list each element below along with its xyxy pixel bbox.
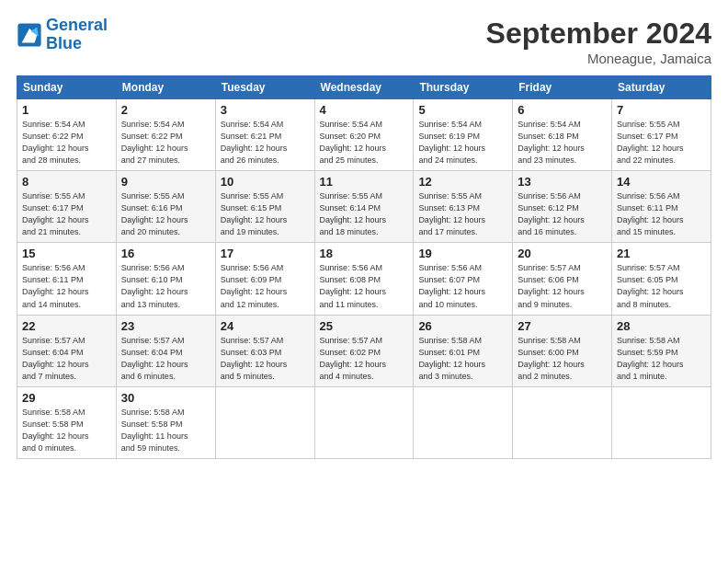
list-item: 21 Sunrise: 5:57 AMSunset: 6:05 PMDaylig… bbox=[612, 243, 711, 315]
list-item: 19 Sunrise: 5:56 AMSunset: 6:07 PMDaylig… bbox=[414, 243, 513, 315]
empty-cell bbox=[612, 386, 711, 458]
empty-cell bbox=[314, 386, 414, 458]
list-item: 7 Sunrise: 5:55 AMSunset: 6:17 PMDayligh… bbox=[612, 99, 711, 171]
list-item: 1 Sunrise: 5:54 AMSunset: 6:22 PMDayligh… bbox=[17, 99, 117, 171]
list-item: 18 Sunrise: 5:56 AMSunset: 6:08 PMDaylig… bbox=[314, 243, 414, 315]
table-row: 29 Sunrise: 5:58 AMSunset: 5:58 PMDaylig… bbox=[17, 386, 711, 458]
table-row: 8 Sunrise: 5:55 AMSunset: 6:17 PMDayligh… bbox=[17, 171, 711, 243]
calendar-table: Sunday Monday Tuesday Wednesday Thursday… bbox=[17, 75, 711, 459]
list-item: 16 Sunrise: 5:56 AMSunset: 6:10 PMDaylig… bbox=[116, 243, 215, 315]
list-item: 5 Sunrise: 5:54 AMSunset: 6:19 PMDayligh… bbox=[414, 99, 513, 171]
page-header: General Blue September 2024 Moneague, Ja… bbox=[17, 17, 711, 66]
list-item: 27 Sunrise: 5:58 AMSunset: 6:00 PMDaylig… bbox=[513, 315, 612, 386]
col-monday: Monday bbox=[116, 76, 215, 99]
list-item: 8 Sunrise: 5:55 AMSunset: 6:17 PMDayligh… bbox=[17, 171, 117, 243]
month-title: September 2024 bbox=[486, 17, 711, 51]
list-item: 12 Sunrise: 5:55 AMSunset: 6:13 PMDaylig… bbox=[414, 171, 513, 243]
list-item: 9 Sunrise: 5:55 AMSunset: 6:16 PMDayligh… bbox=[116, 171, 215, 243]
weekday-header-row: Sunday Monday Tuesday Wednesday Thursday… bbox=[17, 76, 711, 99]
col-sunday: Sunday bbox=[17, 76, 117, 99]
list-item: 25 Sunrise: 5:57 AMSunset: 6:02 PMDaylig… bbox=[314, 315, 414, 386]
list-item: 11 Sunrise: 5:55 AMSunset: 6:14 PMDaylig… bbox=[314, 171, 414, 243]
title-block: September 2024 Moneague, Jamaica bbox=[486, 17, 711, 66]
calendar-page: General Blue September 2024 Moneague, Ja… bbox=[0, 0, 728, 563]
logo-icon bbox=[17, 22, 42, 48]
list-item: 4 Sunrise: 5:54 AMSunset: 6:20 PMDayligh… bbox=[314, 99, 414, 171]
list-item: 26 Sunrise: 5:58 AMSunset: 6:01 PMDaylig… bbox=[414, 315, 513, 386]
list-item: 17 Sunrise: 5:56 AMSunset: 6:09 PMDaylig… bbox=[215, 243, 314, 315]
list-item: 13 Sunrise: 5:56 AMSunset: 6:12 PMDaylig… bbox=[513, 171, 612, 243]
col-friday: Friday bbox=[513, 76, 612, 99]
logo-general: General bbox=[46, 16, 108, 34]
logo-blue: Blue bbox=[46, 34, 82, 52]
list-item: 30 Sunrise: 5:58 AMSunset: 5:58 PMDaylig… bbox=[116, 386, 215, 458]
list-item: 3 Sunrise: 5:54 AMSunset: 6:21 PMDayligh… bbox=[215, 99, 314, 171]
list-item: 28 Sunrise: 5:58 AMSunset: 5:59 PMDaylig… bbox=[612, 315, 711, 386]
list-item: 20 Sunrise: 5:57 AMSunset: 6:06 PMDaylig… bbox=[513, 243, 612, 315]
list-item: 22 Sunrise: 5:57 AMSunset: 6:04 PMDaylig… bbox=[17, 315, 117, 386]
list-item: 15 Sunrise: 5:56 AMSunset: 6:11 PMDaylig… bbox=[17, 243, 117, 315]
logo: General Blue bbox=[17, 17, 108, 53]
list-item: 10 Sunrise: 5:55 AMSunset: 6:15 PMDaylig… bbox=[215, 171, 314, 243]
empty-cell bbox=[414, 386, 513, 458]
col-wednesday: Wednesday bbox=[314, 76, 414, 99]
table-row: 1 Sunrise: 5:54 AMSunset: 6:22 PMDayligh… bbox=[17, 99, 711, 171]
list-item: 14 Sunrise: 5:56 AMSunset: 6:11 PMDaylig… bbox=[612, 171, 711, 243]
col-thursday: Thursday bbox=[414, 76, 513, 99]
list-item: 6 Sunrise: 5:54 AMSunset: 6:18 PMDayligh… bbox=[513, 99, 612, 171]
table-row: 22 Sunrise: 5:57 AMSunset: 6:04 PMDaylig… bbox=[17, 315, 711, 386]
list-item: 23 Sunrise: 5:57 AMSunset: 6:04 PMDaylig… bbox=[116, 315, 215, 386]
list-item: 2 Sunrise: 5:54 AMSunset: 6:22 PMDayligh… bbox=[116, 99, 215, 171]
list-item: 24 Sunrise: 5:57 AMSunset: 6:03 PMDaylig… bbox=[215, 315, 314, 386]
col-saturday: Saturday bbox=[612, 76, 711, 99]
location-subtitle: Moneague, Jamaica bbox=[486, 51, 711, 66]
empty-cell bbox=[513, 386, 612, 458]
table-row: 15 Sunrise: 5:56 AMSunset: 6:11 PMDaylig… bbox=[17, 243, 711, 315]
col-tuesday: Tuesday bbox=[215, 76, 314, 99]
empty-cell bbox=[215, 386, 314, 458]
list-item: 29 Sunrise: 5:58 AMSunset: 5:58 PMDaylig… bbox=[17, 386, 117, 458]
